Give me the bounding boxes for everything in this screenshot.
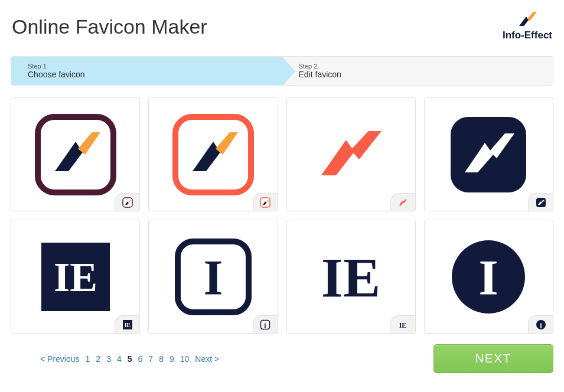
pagination-page-7[interactable]: 7: [148, 354, 153, 364]
favicon-option-2[interactable]: [148, 97, 278, 211]
favicon-small-icon: I: [536, 319, 546, 330]
favicon-preview-icon: I: [447, 236, 530, 318]
pagination-page-9[interactable]: 9: [169, 354, 174, 364]
pagination-page-8[interactable]: 8: [159, 354, 164, 364]
pagination-page-3[interactable]: 3: [106, 354, 111, 364]
favicon-option-7[interactable]: IE IE: [286, 220, 416, 334]
favicon-preview-icon: [172, 113, 255, 196]
favicon-grid: IE IE I I IE IE: [0, 97, 564, 334]
svg-text:I: I: [539, 321, 542, 328]
svg-text:IE: IE: [54, 254, 97, 300]
favicon-small-icon: IE: [122, 319, 133, 330]
favicon-small-preview: I: [253, 315, 278, 333]
favicon-option-5[interactable]: IE IE: [11, 220, 140, 334]
pagination-next[interactable]: Next >: [195, 354, 219, 364]
favicon-option-8[interactable]: I I: [424, 220, 553, 334]
pagination-page-2[interactable]: 2: [96, 354, 100, 364]
svg-text:IE: IE: [124, 322, 131, 328]
favicon-small-preview: [253, 193, 278, 211]
pagination-page-6[interactable]: 6: [138, 354, 143, 364]
favicon-small-icon: [536, 197, 546, 208]
pagination-page-1[interactable]: 1: [86, 354, 90, 364]
step-2-main: Edit favicon: [299, 70, 543, 79]
favicon-small-preview: I: [528, 315, 553, 333]
favicon-preview-icon: [447, 113, 530, 196]
step-2-small: Step 2: [299, 63, 543, 70]
favicon-small-icon: [397, 197, 408, 208]
favicon-small-icon: [260, 197, 270, 208]
favicon-option-3[interactable]: [286, 97, 416, 211]
pagination-page-4[interactable]: 4: [117, 354, 122, 364]
step-2-edit-favicon[interactable]: Step 2 Edit favicon: [282, 57, 553, 85]
svg-text:IE: IE: [399, 321, 407, 329]
step-1-main: Choose favicon: [28, 70, 272, 79]
favicon-small-preview: IE: [390, 315, 415, 333]
step-wizard: Step 1 Choose favicon Step 2 Edit favico…: [11, 56, 553, 86]
page-title: Online Favicon Maker: [12, 15, 207, 38]
step-1-choose-favicon[interactable]: Step 1 Choose favicon: [11, 57, 282, 85]
favicon-small-icon: [122, 197, 133, 208]
pagination: < Previous 1 2 3 4 5 6 7 8 9 10 Next >: [11, 354, 219, 364]
favicon-small-preview: [115, 193, 139, 211]
pagination-prev[interactable]: < Previous: [40, 354, 80, 364]
svg-text:I: I: [479, 250, 498, 305]
favicon-small-icon: I: [260, 319, 270, 330]
brand-name: Info-Effect: [503, 30, 552, 41]
favicon-small-icon: IE: [397, 319, 408, 330]
favicon-preview-icon: [34, 113, 117, 196]
favicon-option-1[interactable]: [11, 97, 140, 211]
brand-logo-icon: [516, 12, 539, 28]
favicon-preview-icon: IE: [309, 236, 392, 318]
favicon-small-preview: IE: [115, 315, 139, 333]
svg-text:I: I: [264, 321, 266, 328]
favicon-preview-icon: IE: [34, 236, 117, 318]
favicon-option-4[interactable]: [424, 97, 553, 211]
next-button[interactable]: NEXT: [433, 344, 553, 373]
favicon-option-6[interactable]: I I: [148, 220, 278, 334]
svg-text:I: I: [203, 250, 223, 305]
pagination-page-10[interactable]: 10: [180, 354, 190, 364]
step-1-small: Step 1: [28, 63, 272, 70]
pagination-page-5-current: 5: [128, 354, 132, 364]
favicon-small-preview: [390, 193, 415, 211]
svg-text:IE: IE: [321, 247, 380, 309]
favicon-preview-icon: I: [172, 236, 255, 318]
favicon-small-preview: [528, 193, 553, 211]
favicon-preview-icon: [309, 113, 392, 196]
brand-logo: Info-Effect: [503, 12, 552, 41]
